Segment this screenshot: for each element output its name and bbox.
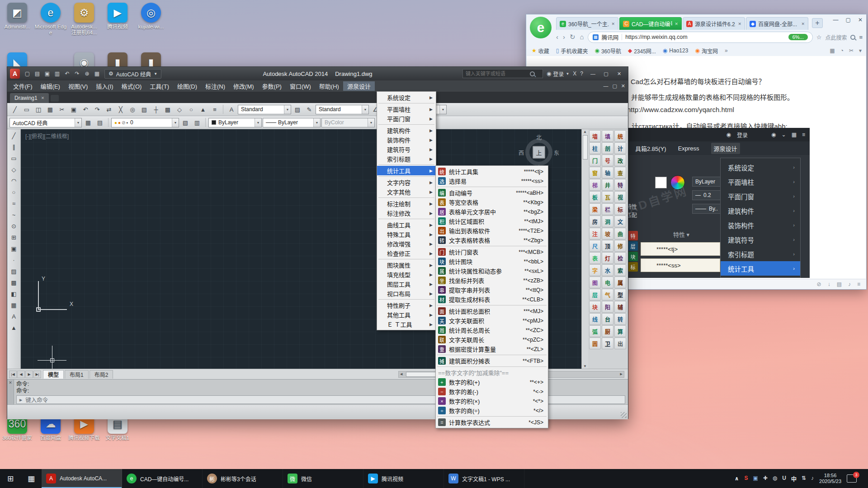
menu-item[interactable]: 特性刷子 ▶: [377, 300, 436, 310]
toolbar-icon[interactable]: ▦: [45, 104, 56, 115]
browser-tab[interactable]: A 源泉设计插件6.2... ✕: [683, 17, 745, 30]
menu-item[interactable]: 统计工具 ▶: [377, 166, 436, 175]
taskbar-clock[interactable]: 18:56 2020/5/23: [819, 473, 841, 484]
toolbar-icon[interactable]: ▧: [139, 104, 150, 115]
exchange-icon[interactable]: X: [573, 70, 576, 77]
plugin-tool-icon[interactable]: 阳: [602, 301, 613, 313]
qat-icon[interactable]: ▤: [33, 69, 42, 79]
plugin-tool-icon[interactable]: 圆: [589, 338, 601, 349]
menu-item[interactable]: 文字内容 ▶: [377, 178, 436, 187]
scroll-left-icon[interactable]: ◀: [400, 372, 402, 376]
menubar-item[interactable]: 修改(M): [229, 81, 258, 91]
menu-item[interactable]: 平面墙柱 ▶: [377, 104, 436, 114]
layout-nav-icon[interactable]: |◀: [9, 371, 17, 378]
menu-item[interactable]: 标注绘制 ▶: [377, 199, 436, 208]
action-center-button[interactable]: 3: [847, 474, 857, 483]
plugin-tool-icon[interactable]: 台: [602, 313, 613, 325]
taskbar-app-button[interactable]: 彬 彬彬等3个会话: [203, 469, 283, 488]
menu-item[interactable]: 图层工具 ▶: [377, 279, 436, 289]
plugin-tool-icon[interactable]: 水: [602, 264, 613, 276]
toolbar-icon[interactable]: ▦: [83, 117, 94, 128]
help-search-box[interactable]: [462, 69, 543, 78]
close-icon[interactable]: ✕: [9, 380, 12, 385]
menu-icon[interactable]: ≡: [859, 34, 863, 41]
plugin-tool-icon[interactable]: 填: [602, 130, 613, 142]
help-icon[interactable]: ?: [580, 70, 583, 77]
menu-item[interactable]: 平面门窗 ▶: [377, 114, 436, 123]
qat-icon[interactable]: ↷: [72, 69, 82, 79]
draw-tool-icon[interactable]: A: [8, 311, 19, 322]
plugin-tool-icon[interactable]: 转: [614, 313, 626, 325]
plugin-tool-icon[interactable]: 号: [602, 155, 613, 166]
toolbar-icon[interactable]: ▨: [292, 104, 303, 115]
plugin-tool-icon[interactable]: 检: [614, 252, 626, 264]
bookmark-item[interactable]: ▯ 手机收藏夹: [556, 47, 588, 55]
draw-tool-icon[interactable]: ▲: [8, 322, 19, 333]
plugin-tool-icon[interactable]: 井: [602, 179, 613, 191]
bottombar-tool-icon[interactable]: ↓: [828, 281, 830, 287]
speed-badge[interactable]: 6%...: [788, 34, 808, 40]
task-view-button[interactable]: ▦: [21, 469, 42, 488]
draw-tool-icon[interactable]: ▣: [8, 243, 19, 254]
bookmark-item[interactable]: »: [725, 47, 730, 54]
menu-item[interactable]: 标注修改 ▶: [377, 208, 436, 218]
taskbar-app-button[interactable]: A Autodesk AutoCA...: [42, 469, 122, 488]
bookmark-item[interactable]: ★ 收藏: [532, 47, 549, 55]
tray-icon[interactable]: ♪: [811, 475, 814, 483]
nav-icon[interactable]: ↻: [570, 33, 576, 41]
draw-tool-icon[interactable]: ▭: [8, 153, 19, 164]
submenu-item[interactable]: 属 统计块属性和动态参 **<sxL>: [436, 266, 548, 276]
plugin-tool-icon[interactable]: 洞: [602, 216, 613, 227]
signin-group[interactable]: ◉登录▼: [547, 70, 569, 78]
layout-tab[interactable]: 模型: [43, 370, 64, 379]
tray-icon[interactable]: ⇅: [802, 475, 806, 483]
menu-item[interactable]: 建筑构件 ▶: [377, 126, 436, 135]
submenu-item[interactable]: = 计算数学表达式 *<JS>: [436, 418, 548, 427]
draw-tool-icon[interactable]: ▦: [8, 300, 19, 310]
plugin-tool-icon[interactable]: 电: [602, 277, 613, 288]
submenu-item[interactable]: 面 统计面积总面积 ***<MJ>: [436, 306, 548, 316]
tray-icon[interactable]: ◍: [773, 475, 777, 483]
toolbar-icon[interactable]: ▥: [192, 117, 203, 128]
layer-combo[interactable]: ●●⊘▪ 0▼: [111, 118, 179, 127]
text-style-icon[interactable]: A: [226, 104, 237, 115]
submenu-item[interactable]: 周 统计周长总周长 **<ZC>: [436, 325, 548, 335]
tray-icon[interactable]: 中: [791, 475, 797, 483]
submenu-item[interactable]: 门 统计门窗表 ***<MCB>: [436, 247, 548, 257]
bookmark-item[interactable]: ◉ 360导航: [594, 47, 621, 55]
menu-item[interactable]: 修改增强 ▶: [377, 239, 436, 249]
menu-item[interactable]: 填充线型 ▶: [377, 270, 436, 279]
address-bar[interactable]: ▦ 腾讯网 https://mp.weixin.qq.com 6%...: [588, 32, 813, 43]
plugin-tool-icon[interactable]: 注: [589, 228, 601, 239]
bottombar-tool-icon[interactable]: ⊘: [817, 281, 821, 287]
menu-item[interactable]: 视口布局 ▶: [377, 289, 436, 298]
plugin-tool-icon[interactable]: 轴: [602, 167, 613, 178]
plugin-tool-icon[interactable]: 尺: [589, 240, 601, 252]
desktop-icon[interactable]: ⚙ Autodesk... 注册机64...: [68, 3, 100, 36]
plugin-tool-icon[interactable]: 块: [589, 301, 601, 313]
toolbar-icon[interactable]: ▩: [162, 104, 173, 115]
menu-item[interactable]: Ｅ Ｔ工具 ▶: [377, 319, 436, 329]
menubar-item[interactable]: 源泉设计: [343, 81, 375, 91]
toolbar-icon[interactable]: ✎: [304, 104, 315, 115]
drawing-tab[interactable]: Drawing1✕: [10, 93, 49, 103]
plugin-tool-icon[interactable]: 辅: [614, 301, 626, 313]
window-control-icon[interactable]: ▢: [600, 69, 612, 78]
layout-nav-icon[interactable]: ▶|: [33, 371, 41, 378]
menubar-item[interactable]: 文件(F): [9, 81, 37, 91]
plugin-tool-icon[interactable]: 算: [614, 325, 626, 337]
draw-tool-icon[interactable]: ▨: [8, 266, 19, 277]
submenu-item[interactable]: 出 输出到表格软件 ****<T2E>: [436, 226, 548, 235]
desktop-icon[interactable]: e Microsoft Edge: [34, 3, 67, 36]
submenu-item[interactable]: 转 文字表格转表格 **<Zbg>: [436, 235, 548, 245]
mdi-control-icon[interactable]: ▢: [612, 83, 617, 89]
color-combo[interactable]: ByLayer▼: [208, 118, 262, 127]
help-search-input[interactable]: [466, 71, 527, 76]
plugin-tool-icon[interactable]: 梁: [589, 203, 601, 215]
toolbar-icon[interactable]: ◎: [127, 104, 138, 115]
desktop-icon[interactable]: ◩ Administr...: [1, 3, 33, 36]
tray-icon[interactable]: ✚: [763, 475, 768, 483]
draw-tool-icon[interactable]: ⊙: [8, 221, 19, 231]
qat-icon[interactable]: ↶: [62, 69, 72, 79]
menubar-item[interactable]: 参数(P): [258, 81, 286, 91]
